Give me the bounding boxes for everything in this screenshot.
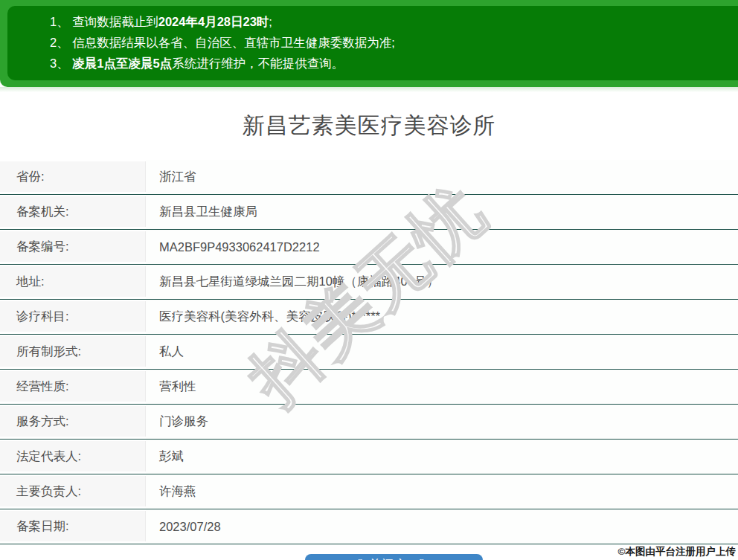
row-value-cell: 门诊服务 xyxy=(146,405,738,439)
row-label-cell: 法定代表人: xyxy=(0,440,146,474)
row-label: 地址: xyxy=(0,274,45,290)
row-value: 门诊服务 xyxy=(146,413,208,430)
table-row: 备案日期:2023/07/28 xyxy=(0,509,738,544)
row-value-cell: 医疗美容科(美容外科、美容皮肤科)****** xyxy=(146,300,738,334)
banner-shadow xyxy=(0,87,738,92)
row-label-cell: 备案编号: xyxy=(0,230,146,264)
record-page: 1、 查询数据截止到2024年4月28日23时; 2、 信息数据结果以各省、自治… xyxy=(0,0,738,560)
row-label: 主要负责人: xyxy=(0,483,81,500)
table-row: 诊疗科目:医疗美容科(美容外科、美容皮肤科)****** xyxy=(0,300,738,335)
row-value-cell: 浙江省 xyxy=(146,160,738,194)
row-label-cell: 主要负责人: xyxy=(0,474,146,509)
row-value: 2023/07/28 xyxy=(146,520,221,534)
row-value: MA2BF9P4933062417D2212 xyxy=(146,240,320,254)
copyright-stamp: ©本图由平台注册用户上传 xyxy=(618,545,736,559)
row-value-cell: 私人 xyxy=(146,335,738,369)
row-value: 医疗美容科(美容外科、美容皮肤科)****** xyxy=(146,309,380,325)
table-row: 法定代表人:彭斌 xyxy=(0,440,738,474)
row-label-cell: 所有制形式: xyxy=(0,335,146,369)
row-value-cell: 营利性 xyxy=(146,370,738,404)
row-label: 所有制形式: xyxy=(0,344,81,360)
table-row: 主要负责人:许海燕 xyxy=(0,474,738,509)
row-label: 法定代表人: xyxy=(0,448,81,465)
notice-item-2: 2、 信息数据结果以各省、自治区、直辖市卫生健康委数据为准; xyxy=(50,32,723,53)
table-row: 省份:浙江省 xyxy=(0,160,738,195)
row-label: 经营性质: xyxy=(0,379,69,395)
row-value: 彭斌 xyxy=(146,448,184,465)
row-value-cell: 新昌县七星街道绿城兰园二期10幢（康福路400号） xyxy=(146,265,738,299)
table-row: 所有制形式:私人 xyxy=(0,335,738,370)
table-row: 服务方式:门诊服务 xyxy=(0,405,738,440)
row-label: 备案日期: xyxy=(0,518,69,535)
row-value-cell: 2023/07/28 xyxy=(146,509,738,544)
row-label: 服务方式: xyxy=(0,413,69,430)
row-value: 浙江省 xyxy=(146,169,196,185)
row-label: 备案编号: xyxy=(0,239,69,255)
row-value-cell: 许海燕 xyxy=(146,474,738,509)
notice-item-3: 3、 凌晨1点至凌晨5点系统进行维护，不能提供查询。 xyxy=(50,53,723,74)
notice-item-1: 1、 查询数据截止到2024年4月28日23时; xyxy=(50,11,723,32)
record-table: 省份:浙江省备案机关:新昌县卫生健康局备案编号:MA2BF9P493306241… xyxy=(0,160,738,544)
row-label: 备案机关: xyxy=(0,204,69,220)
table-row: 经营性质:营利性 xyxy=(0,370,738,405)
table-row: 备案机关:新昌县卫生健康局 xyxy=(0,195,738,230)
row-label: 诊疗科目: xyxy=(0,309,69,325)
row-value: 许海燕 xyxy=(146,483,196,500)
row-value-cell: 彭斌 xyxy=(146,440,738,474)
table-row: 备案编号:MA2BF9P4933062417D2212 xyxy=(0,230,738,265)
row-label-cell: 备案日期: xyxy=(0,509,146,544)
row-label-cell: 省份: xyxy=(0,160,146,194)
row-label-cell: 诊疗科目: xyxy=(0,300,146,334)
page-title: 新昌艺素美医疗美容诊所 xyxy=(0,111,738,141)
row-label-cell: 备案机关: xyxy=(0,195,146,229)
row-value: 营利性 xyxy=(146,379,196,395)
row-value-cell: MA2BF9P4933062417D2212 xyxy=(146,230,738,264)
row-value: 私人 xyxy=(146,344,184,360)
row-label: 省份: xyxy=(0,169,45,185)
notice-banner-inner: 1、 查询数据截止到2024年4月28日23时; 2、 信息数据结果以各省、自治… xyxy=(7,6,738,80)
row-value: 新昌县卫生健康局 xyxy=(146,204,257,220)
row-value: 新昌县七星街道绿城兰园二期10幢（康福路400号） xyxy=(146,274,439,290)
row-label-cell: 经营性质: xyxy=(0,370,146,404)
row-label-cell: 服务方式: xyxy=(0,405,146,439)
row-label-cell: 地址: xyxy=(0,265,146,299)
row-value-cell: 新昌县卫生健康局 xyxy=(146,195,738,229)
notice-banner: 1、 查询数据截止到2024年4月28日23时; 2、 信息数据结果以各省、自治… xyxy=(0,0,738,87)
close-window-button[interactable]: 〖关闭窗口〗 xyxy=(305,554,483,560)
table-row: 地址:新昌县七星街道绿城兰园二期10幢（康福路400号） xyxy=(0,265,738,300)
